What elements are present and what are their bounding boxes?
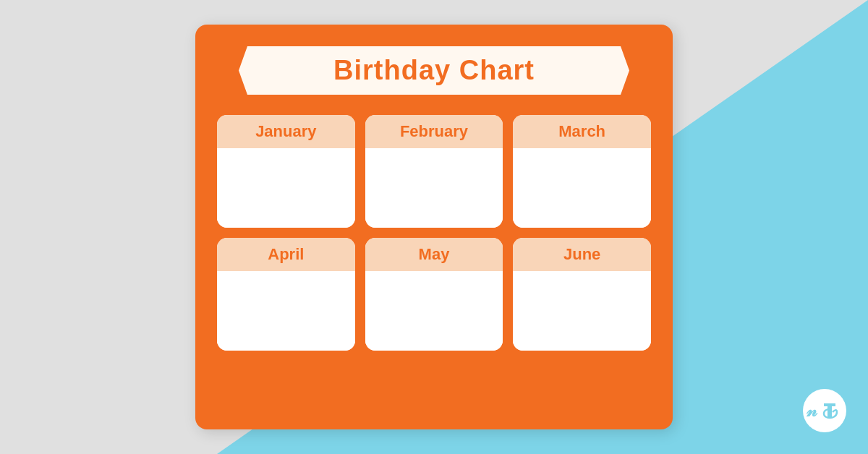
month-body bbox=[217, 148, 355, 228]
month-name: March bbox=[558, 122, 605, 140]
month-name: May bbox=[419, 245, 450, 263]
month-box: January bbox=[217, 115, 355, 228]
teach-starter-logo: 𝓃 bbox=[803, 389, 846, 432]
month-body bbox=[513, 148, 651, 228]
month-box: May bbox=[365, 238, 503, 351]
month-name: June bbox=[563, 245, 600, 263]
chart-title: Birthday Chart bbox=[333, 55, 535, 85]
month-name: April bbox=[268, 245, 304, 263]
month-body bbox=[365, 148, 503, 228]
page-wrapper: Birthday Chart JanuaryFebruaryMarchApril… bbox=[195, 25, 673, 429]
month-body bbox=[365, 271, 503, 351]
month-body bbox=[513, 271, 651, 351]
month-box: March bbox=[513, 115, 651, 228]
month-box: June bbox=[513, 238, 651, 351]
month-header: March bbox=[513, 115, 651, 148]
month-header: June bbox=[513, 238, 651, 271]
month-header: January bbox=[217, 115, 355, 148]
month-name: January bbox=[255, 122, 316, 140]
month-body bbox=[217, 271, 355, 351]
month-header: April bbox=[217, 238, 355, 271]
month-box: February bbox=[365, 115, 503, 228]
title-banner: Birthday Chart bbox=[239, 46, 629, 95]
birthday-chart-card: Birthday Chart JanuaryFebruaryMarchApril… bbox=[195, 25, 673, 429]
month-header: February bbox=[365, 115, 503, 148]
month-box: April bbox=[217, 238, 355, 351]
month-header: May bbox=[365, 238, 503, 271]
banner-background: Birthday Chart bbox=[239, 46, 629, 95]
months-grid: JanuaryFebruaryMarchAprilMayJune bbox=[217, 115, 651, 351]
month-name: February bbox=[400, 122, 468, 140]
